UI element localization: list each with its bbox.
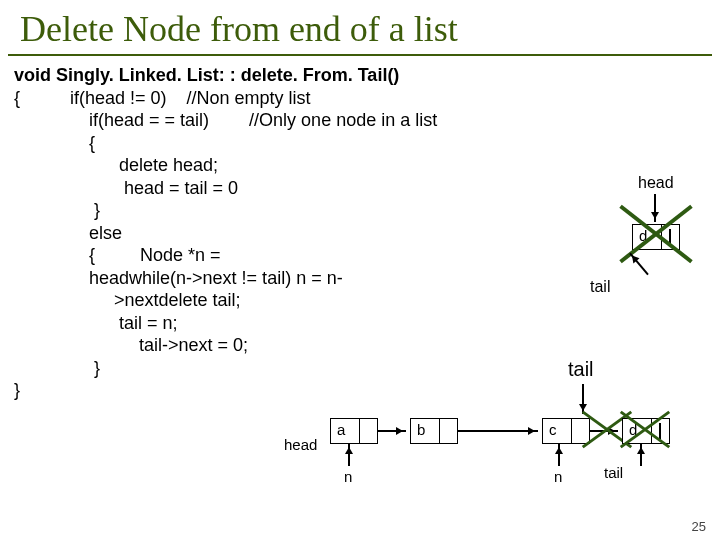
code-line: if(head = = tail) //Only one node in a l… <box>14 109 437 132</box>
cross-link-icon <box>580 410 620 450</box>
code-line: } <box>14 199 437 222</box>
n-arrow-icon <box>558 444 560 466</box>
code-block: void Singly. Linked. List: : delete. Fro… <box>14 64 437 402</box>
head-arrow-icon <box>348 444 350 466</box>
slide-title: Delete Node from end of a list <box>8 0 712 56</box>
code-line: tail->next = 0; <box>14 334 437 357</box>
code-line: tail = n; <box>14 312 437 335</box>
node-b: b <box>410 418 458 444</box>
tail-label-lower: tail <box>604 464 623 481</box>
code-line: else <box>14 222 437 245</box>
code-line: { <box>14 132 437 155</box>
code-line: } <box>14 379 437 402</box>
tail-label-upper: tail <box>568 358 594 381</box>
n-label: n <box>554 468 562 485</box>
code-line: } <box>14 357 437 380</box>
head-label: head <box>638 174 674 192</box>
code-line: headwhile(n->next != tail) n = n- <box>14 267 437 290</box>
n-label: n <box>344 468 352 485</box>
cross-node-icon <box>618 410 672 450</box>
code-line: delete head; <box>14 154 437 177</box>
node-value: b <box>417 421 425 438</box>
page-number: 25 <box>692 519 706 534</box>
code-line: { Node *n = <box>14 244 437 267</box>
code-signature: void Singly. Linked. List: : delete. Fro… <box>14 64 437 87</box>
code-line: head = tail = 0 <box>14 177 437 200</box>
head-label: head <box>284 436 317 453</box>
node-a: a <box>330 418 378 444</box>
node-value: c <box>549 421 557 438</box>
single-node-diagram: head d tail <box>570 174 690 314</box>
tail-label: tail <box>590 278 610 296</box>
node-value: a <box>337 421 345 438</box>
link-arrow-icon <box>458 430 538 432</box>
link-arrow-icon <box>378 430 406 432</box>
linked-list-diagram: head a b c d n n tail <box>300 418 700 518</box>
code-line: >nextdelete tail; <box>14 289 437 312</box>
tail-arrow-icon <box>640 444 642 466</box>
code-line: { if(head != 0) //Non empty list <box>14 87 437 110</box>
